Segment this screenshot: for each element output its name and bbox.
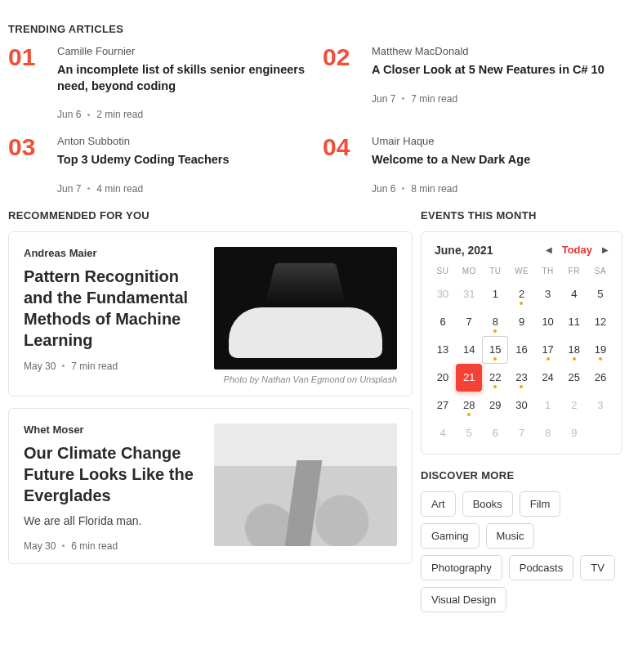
trending-author[interactable]: Umair Haque bbox=[372, 135, 530, 147]
recommended-meta: May 306 min read bbox=[24, 540, 199, 552]
section-trending-title: TRENDING ARTICLES bbox=[8, 23, 621, 35]
calendar-day[interactable]: 3 bbox=[535, 280, 561, 308]
calendar-day[interactable]: 21 bbox=[456, 364, 482, 392]
calendar-day: 2 bbox=[561, 392, 587, 419]
trending-item[interactable]: 03Anton SubbotinTop 3 Udemy Coding Teach… bbox=[8, 135, 306, 195]
recommended-card[interactable]: Whet MoserOur Climate Change Future Look… bbox=[8, 408, 413, 564]
calendar-day[interactable]: 29 bbox=[482, 392, 508, 419]
recommended-readtime: 6 min read bbox=[71, 540, 118, 552]
discover-chip[interactable]: Film bbox=[520, 491, 561, 517]
calendar-day: 6 bbox=[482, 419, 508, 447]
trending-author[interactable]: Camille Fournier bbox=[57, 45, 306, 57]
discover-chip[interactable]: Books bbox=[462, 491, 513, 517]
calendar-day[interactable]: 4 bbox=[561, 280, 587, 308]
calendar-day: 31 bbox=[456, 280, 482, 308]
trending-meta: Jun 68 min read bbox=[372, 183, 530, 195]
recommended-readtime: 7 min read bbox=[71, 361, 118, 372]
trending-title[interactable]: Welcome to a New Dark Age bbox=[372, 152, 530, 168]
calendar-day[interactable]: 27 bbox=[430, 392, 456, 419]
trending-date: Jun 7 bbox=[57, 183, 81, 195]
recommended-snippet: We are all Florida man. bbox=[24, 514, 199, 527]
discover-chip[interactable]: TV bbox=[580, 555, 615, 580]
calendar-today-button[interactable]: Today bbox=[562, 244, 592, 256]
calendar-day[interactable]: 10 bbox=[535, 308, 561, 336]
calendar-day[interactable]: 28 bbox=[456, 392, 482, 419]
discover-chip[interactable]: Gaming bbox=[421, 523, 480, 549]
calendar-day: 3 bbox=[587, 392, 613, 419]
dot-separator-icon bbox=[402, 187, 404, 190]
calendar-month-title: June, 2021 bbox=[435, 244, 493, 257]
calendar-day[interactable]: 26 bbox=[587, 364, 613, 392]
recommended-meta: May 307 min read bbox=[24, 361, 199, 372]
calendar-day[interactable]: 15 bbox=[482, 336, 508, 364]
calendar-day[interactable]: 19 bbox=[587, 336, 613, 364]
calendar-day[interactable]: 5 bbox=[587, 280, 613, 308]
recommended-title[interactable]: Pattern Recognition and the Fundamental … bbox=[24, 266, 199, 351]
recommended-author[interactable]: Andreas Maier bbox=[24, 247, 199, 259]
trending-date: Jun 6 bbox=[372, 183, 395, 195]
calendar-day[interactable]: 17 bbox=[535, 336, 561, 364]
calendar-day[interactable]: 13 bbox=[430, 336, 456, 364]
trending-item[interactable]: 02Matthew MacDonaldA Closer Look at 5 Ne… bbox=[323, 45, 621, 120]
dot-separator-icon bbox=[62, 544, 65, 547]
trending-readtime: 8 min read bbox=[411, 183, 457, 195]
calendar-next-icon[interactable]: ▶ bbox=[602, 245, 609, 254]
dot-separator-icon bbox=[62, 365, 65, 367]
calendar-day[interactable]: 24 bbox=[535, 364, 561, 392]
trending-item[interactable]: 01Camille FournierAn incomplete list of … bbox=[8, 45, 306, 120]
calendar-day[interactable]: 1 bbox=[482, 280, 508, 308]
trending-meta: Jun 62 min read bbox=[57, 109, 306, 120]
trending-item[interactable]: 04Umair HaqueWelcome to a New Dark AgeJu… bbox=[323, 135, 621, 195]
discover-chip[interactable]: Visual Design bbox=[421, 587, 506, 612]
discover-chip[interactable]: Music bbox=[486, 523, 535, 549]
trending-readtime: 7 min read bbox=[411, 93, 457, 105]
discover-chip[interactable]: Podcasts bbox=[509, 555, 573, 580]
trending-date: Jun 7 bbox=[372, 93, 395, 105]
calendar-day[interactable]: 22 bbox=[482, 364, 508, 392]
calendar-prev-icon[interactable]: ◀ bbox=[546, 245, 552, 254]
section-recommended-title: RECOMMENDED FOR YOU bbox=[8, 209, 413, 222]
photo-caption: Photo by Nathan Van Egmond on Unsplash bbox=[214, 374, 397, 384]
calendar-day[interactable]: 11 bbox=[561, 308, 587, 336]
recommended-thumbnail bbox=[214, 247, 397, 370]
calendar-day[interactable]: 8 bbox=[482, 308, 508, 336]
recommended-title[interactable]: Our Climate Change Future Looks Like the… bbox=[24, 442, 199, 506]
trending-title[interactable]: A Closer Look at 5 New Features in C# 10 bbox=[372, 62, 604, 78]
calendar-day[interactable]: 20 bbox=[430, 364, 456, 392]
recommended-card[interactable]: Andreas MaierPattern Recognition and the… bbox=[8, 231, 413, 396]
calendar-day[interactable]: 23 bbox=[508, 364, 534, 392]
calendar-dow: SA bbox=[587, 267, 613, 276]
trending-title[interactable]: Top 3 Udemy Coding Teachers bbox=[57, 152, 230, 168]
recommended-author[interactable]: Whet Moser bbox=[24, 423, 199, 436]
calendar-day: 4 bbox=[430, 419, 456, 447]
trending-author[interactable]: Matthew MacDonald bbox=[372, 45, 604, 57]
calendar-day[interactable]: 14 bbox=[456, 336, 482, 364]
trending-title[interactable]: An incomplete list of skills senior engi… bbox=[57, 62, 306, 94]
trending-date: Jun 6 bbox=[57, 109, 81, 120]
calendar-day: 9 bbox=[561, 419, 587, 447]
calendar-day[interactable]: 18 bbox=[561, 336, 587, 364]
calendar-day[interactable]: 9 bbox=[508, 308, 534, 336]
calendar-dow: TU bbox=[482, 267, 508, 276]
discover-chip[interactable]: Art bbox=[421, 491, 456, 517]
calendar: June, 2021 ◀ Today ▶ SUMOTUWETHFRSA 3031… bbox=[421, 231, 622, 455]
trending-rank: 01 bbox=[8, 45, 46, 120]
trending-readtime: 2 min read bbox=[96, 109, 143, 120]
trending-readtime: 4 min read bbox=[96, 183, 143, 195]
recommended-thumbnail bbox=[214, 423, 397, 546]
calendar-dow: TH bbox=[535, 267, 561, 276]
calendar-day[interactable]: 25 bbox=[561, 364, 587, 392]
calendar-day[interactable]: 30 bbox=[508, 392, 534, 419]
calendar-day: 8 bbox=[535, 419, 561, 447]
calendar-day[interactable]: 7 bbox=[456, 308, 482, 336]
calendar-day[interactable]: 6 bbox=[430, 308, 456, 336]
section-events-title: EVENTS THIS MONTH bbox=[421, 209, 622, 222]
trending-rank: 02 bbox=[323, 45, 360, 120]
calendar-day[interactable]: 16 bbox=[508, 336, 534, 364]
calendar-day[interactable]: 2 bbox=[508, 280, 534, 308]
recommended-date: May 30 bbox=[24, 361, 56, 372]
trending-author[interactable]: Anton Subbotin bbox=[57, 135, 230, 147]
calendar-day[interactable]: 12 bbox=[587, 308, 613, 336]
discover-chip[interactable]: Photography bbox=[421, 555, 502, 580]
trending-rank: 03 bbox=[8, 135, 46, 195]
